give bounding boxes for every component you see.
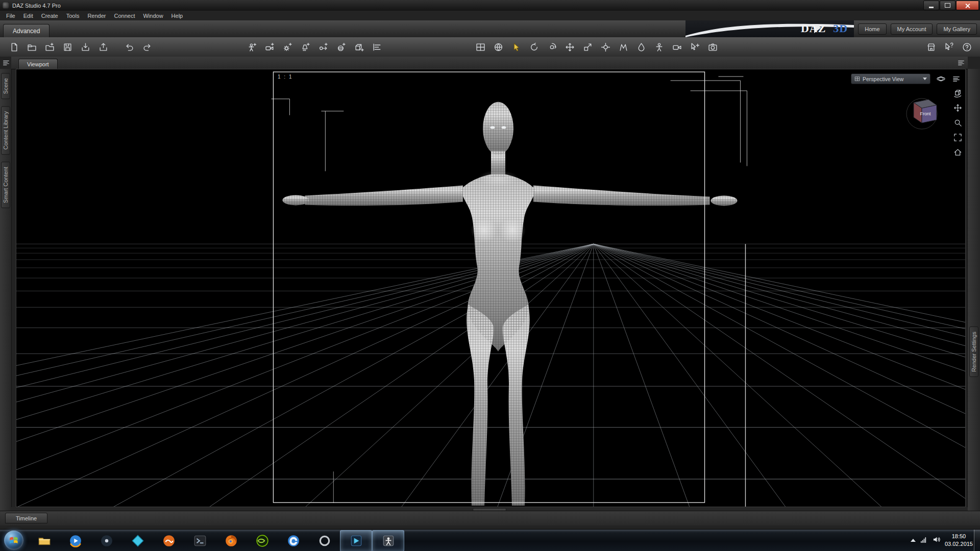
create-primitive-button[interactable]: [332, 39, 350, 55]
taskbar-diamond-app[interactable]: [122, 531, 153, 551]
scene-navigator-button[interactable]: [489, 39, 507, 55]
camera-cycle-button[interactable]: [936, 73, 946, 84]
redo-button[interactable]: [138, 39, 156, 55]
viewport-options-button[interactable]: [951, 73, 961, 84]
pan-view-button[interactable]: [952, 103, 963, 113]
undo-button[interactable]: [120, 39, 138, 55]
home-button[interactable]: Home: [858, 23, 886, 35]
start-button[interactable]: [4, 531, 23, 550]
daz-install-manager-icon: [350, 534, 363, 547]
create-figure-button[interactable]: [243, 39, 261, 55]
sidebar-tab-smart-content[interactable]: Smart Content: [1, 162, 10, 208]
close-button[interactable]: [956, 1, 979, 10]
menu-tools[interactable]: Tools: [62, 12, 84, 20]
blue-swirl-icon: [287, 534, 300, 547]
figure-setup-tool-button[interactable]: [650, 39, 668, 55]
taskbar-apps: [29, 530, 404, 551]
store-button[interactable]: [922, 39, 940, 55]
create-spotlight-icon: [301, 42, 310, 52]
menu-edit[interactable]: Edit: [19, 12, 37, 20]
create-primitive-icon: [336, 42, 346, 52]
interactive-help-button[interactable]: [940, 39, 958, 55]
new-file-button[interactable]: [5, 39, 23, 55]
tab-timeline[interactable]: Timeline: [5, 513, 47, 523]
my-gallery-button[interactable]: My Gallery: [937, 23, 977, 35]
app-icon: [3, 2, 9, 9]
view-cube-face-label: Front: [920, 111, 931, 116]
active-pose-tool-button[interactable]: [543, 39, 561, 55]
universal-tool-button[interactable]: [597, 39, 615, 55]
taskbar-daz-install-manager[interactable]: [340, 530, 372, 551]
my-account-button[interactable]: My Account: [891, 23, 933, 35]
viewport-grid-icon: [854, 76, 860, 82]
node-selection-icon: [511, 42, 521, 52]
show-desktop-button[interactable]: [974, 530, 980, 551]
export-button[interactable]: [94, 39, 112, 55]
rotate-tool-button[interactable]: [525, 39, 543, 55]
camera-view-tool-button[interactable]: [668, 39, 686, 55]
menu-file[interactable]: File: [2, 12, 19, 20]
sidebar-tab-content-library[interactable]: Content Library: [1, 106, 10, 155]
create-tool-group: [243, 39, 386, 55]
scale-tool-button[interactable]: [579, 39, 597, 55]
viewport-pane-menu-icon[interactable]: [957, 59, 965, 67]
translate-tool-icon: [565, 42, 575, 52]
menu-help[interactable]: Help: [167, 12, 187, 20]
create-distant-light-button[interactable]: [314, 39, 332, 55]
workspace: Viewport Scene Content Library Smart Con…: [0, 57, 980, 530]
minimize-button[interactable]: [923, 1, 939, 10]
node-editor-tool-button[interactable]: [615, 39, 632, 55]
taskbar-clock[interactable]: 18:50 03.02.2015: [945, 533, 973, 548]
taskbar-firefox[interactable]: [215, 531, 247, 551]
title-bar: DAZ Studio 4.7 Pro: [0, 0, 980, 11]
render-button[interactable]: [704, 39, 722, 55]
surface-selection-tool-button[interactable]: [632, 39, 650, 55]
import-button[interactable]: [77, 39, 94, 55]
frame-view-button[interactable]: [952, 132, 963, 142]
save-file-button[interactable]: [59, 39, 77, 55]
align-button[interactable]: [368, 39, 386, 55]
taskbar-ring-app[interactable]: [309, 531, 340, 551]
taskbar-media-player[interactable]: [60, 531, 91, 551]
taskbar-dark-console[interactable]: [184, 531, 215, 551]
volume-tray-icon[interactable]: [933, 536, 940, 545]
viewport-layout-button[interactable]: [472, 39, 489, 55]
menu-render[interactable]: Render: [83, 12, 110, 20]
maximize-icon: [945, 3, 950, 8]
taskbar-blue-swirl-app[interactable]: [278, 531, 309, 551]
open-file-button[interactable]: [23, 39, 41, 55]
create-camera-button[interactable]: [261, 39, 279, 55]
create-point-light-button[interactable]: [279, 39, 297, 55]
node-selection-tool-button[interactable]: [507, 39, 525, 55]
help-button[interactable]: [958, 39, 976, 55]
menu-connect[interactable]: Connect: [110, 12, 139, 20]
taskbar-daz-studio[interactable]: [372, 530, 404, 551]
viewport-options-icon: [952, 74, 961, 83]
menu-window[interactable]: Window: [139, 12, 167, 20]
left-panel-strip: Scene Content Library Smart Content: [0, 69, 12, 511]
hidden-icons-arrow-icon[interactable]: [911, 539, 916, 542]
maximize-button[interactable]: [940, 1, 955, 10]
menu-create[interactable]: Create: [37, 12, 62, 20]
translate-tool-button[interactable]: [561, 39, 579, 55]
orbit-view-button[interactable]: [952, 88, 963, 98]
sidebar-tab-render-settings[interactable]: Render Settings: [969, 327, 978, 377]
merge-file-button[interactable]: [41, 39, 59, 55]
tab-viewport[interactable]: Viewport: [18, 59, 58, 69]
create-null-button[interactable]: [350, 39, 368, 55]
taskbar-dark-browser[interactable]: [91, 531, 122, 551]
reset-view-button[interactable]: [952, 147, 963, 157]
tab-advanced[interactable]: Advanced: [3, 24, 50, 37]
taskbar-green-swirl-app[interactable]: [247, 531, 278, 551]
taskbar-orange-player[interactable]: [153, 531, 184, 551]
3d-viewport[interactable]: 1 : 1 Perspective View Front: [16, 69, 966, 507]
left-dock-menu-icon[interactable]: [2, 59, 10, 67]
zoom-view-button[interactable]: [952, 117, 963, 128]
network-tray-icon[interactable]: [920, 536, 928, 545]
view-cube[interactable]: Front: [903, 97, 940, 131]
spot-render-tool-button[interactable]: [686, 39, 704, 55]
create-spotlight-button[interactable]: [297, 39, 314, 55]
sidebar-tab-scene[interactable]: Scene: [1, 73, 10, 99]
taskbar-file-explorer[interactable]: [29, 531, 60, 551]
camera-selector-dropdown[interactable]: Perspective View: [851, 73, 930, 84]
